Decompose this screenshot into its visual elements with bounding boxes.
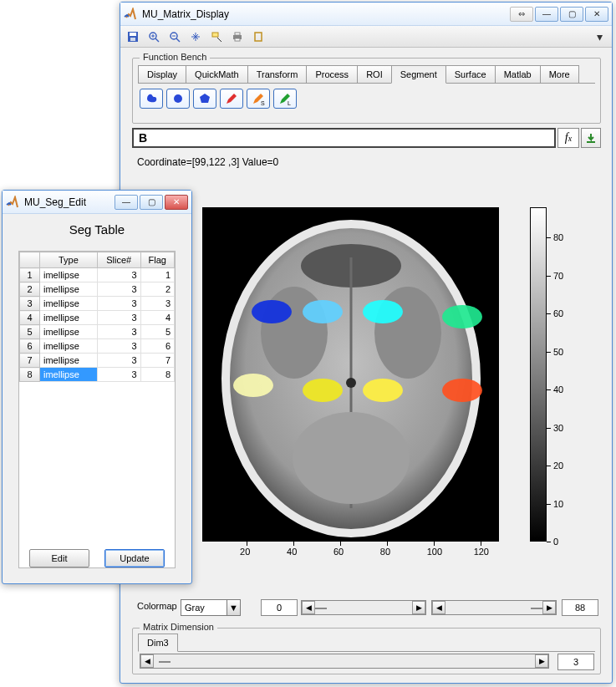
image-display[interactable] [202,207,499,542]
xtick-mark [387,542,388,546]
tab-roi[interactable]: ROI [357,65,392,83]
cbar-tick-label: 60 [553,308,563,318]
table-row[interactable]: 7imellipse37 [20,354,175,368]
slider-left-icon[interactable]: ◀ [302,601,315,614]
blob-shape-icon[interactable] [140,89,163,109]
table-row[interactable]: 4imellipse34 [20,311,175,325]
slider-right-icon[interactable]: ▶ [535,654,548,668]
zoom-out-icon[interactable] [165,28,184,46]
pan-icon[interactable] [186,28,205,46]
xtick-mark [481,542,481,546]
wl-low-slider[interactable]: ◀▶ [301,600,426,615]
pencil-orange-s-icon[interactable]: S [247,89,270,109]
svg-rect-14 [255,33,262,41]
pencil-green-l-icon[interactable]: L [273,89,297,109]
roi-ellipse[interactable] [363,300,403,323]
circle-shape-icon[interactable] [166,89,190,109]
datacursor-icon[interactable] [207,28,226,46]
col-header[interactable]: Flag [140,252,174,268]
roi-ellipse[interactable] [363,379,403,402]
dock-arrows-icon[interactable]: ⇔ [510,7,533,22]
tab-quickmath[interactable]: QuickMath [186,65,248,83]
table-row[interactable]: 8imellipse38 [20,368,175,382]
tab-segment[interactable]: Segment [391,65,446,84]
svg-rect-19 [587,141,595,143]
matlab-icon [124,8,137,21]
function-bench-legend: Function Bench [140,52,210,62]
tab-matlab[interactable]: Matlab [495,65,541,83]
main-window: MU_Matrix_Display ⇔ — ▢ ✕ ▾ Function Ben… [120,2,613,684]
window-title: MU_Matrix_Display [142,8,510,20]
col-header[interactable]: Slice# [97,252,140,268]
colormap-value: Gray [181,603,227,613]
update-button[interactable]: Update [104,549,165,567]
image-axes[interactable] [202,207,499,542]
maximize-button[interactable]: ▢ [140,195,163,210]
roi-ellipse[interactable] [442,305,482,328]
table-row[interactable]: 5imellipse35 [20,325,175,339]
svg-point-26 [346,378,356,388]
cbar-tick-label: 0 [553,537,558,547]
cbar-tick-mark [547,389,551,390]
formula-input[interactable]: B [132,128,556,148]
print-icon[interactable] [228,28,247,46]
roi-ellipse[interactable] [233,374,273,397]
tab-surface[interactable]: Surface [445,65,496,83]
dim-tab[interactable]: Dim3 [138,634,178,652]
svg-rect-13 [235,38,240,41]
wl-low-box[interactable]: 0 [261,599,298,616]
tab-more[interactable]: More [540,65,579,83]
coord-readout: Coordinate=[99,122 ,3] Value=0 [137,156,278,168]
roi-ellipse[interactable] [442,379,482,402]
wl-high-box[interactable]: 88 [562,599,598,616]
roi-ellipse[interactable] [303,300,343,323]
tab-transform[interactable]: Transform [247,65,308,83]
slider-left-icon[interactable]: ◀ [432,601,445,614]
slider-right-icon[interactable]: ▶ [542,601,556,614]
colormap-dropdown[interactable]: Gray ▼ [181,599,241,616]
dim-value-box[interactable]: 3 [557,654,594,670]
matrix-dimension-group: Matrix Dimension Dim3 ◀▶ 3 [132,628,601,674]
seg-edit-window[interactable]: MU_Seg_Edit — ▢ ✕ Seg Table TypeSlice#Fl… [2,190,192,584]
polygon-shape-icon[interactable] [193,89,216,109]
slider-left-icon[interactable]: ◀ [140,654,154,668]
table-row[interactable]: 3imellipse33 [20,297,175,311]
cbar-tick-mark [547,428,551,429]
xtick-mark [247,542,247,546]
cbar-tick-label: 50 [553,347,563,357]
zoom-in-icon[interactable] [145,28,163,46]
close-button[interactable]: ✕ [585,7,608,22]
roi-ellipse[interactable] [252,300,292,323]
insert-icon[interactable] [249,28,267,46]
xtick-mark [340,542,341,546]
titlebar[interactable]: MU_Matrix_Display ⇔ — ▢ ✕ [120,3,612,26]
edit-button[interactable]: Edit [29,549,89,567]
dock-toggle-icon[interactable]: ▾ [590,28,608,46]
table-row[interactable]: 2imellipse32 [20,282,175,297]
tab-display[interactable]: Display [138,65,186,83]
save-icon[interactable] [124,28,142,46]
table-row[interactable]: 1imellipse31 [20,268,175,282]
fx-button[interactable]: fx [557,128,579,148]
roi-ellipse[interactable] [303,379,343,402]
seg-titlebar[interactable]: MU_Seg_Edit — ▢ ✕ [3,191,191,214]
tab-process[interactable]: Process [306,65,358,83]
xtick-mark [434,542,435,546]
close-button[interactable]: ✕ [165,195,188,210]
slider-right-icon[interactable]: ▶ [412,601,425,614]
pencil-red-icon[interactable] [220,89,243,109]
seg-table-title: Seg Table [8,214,186,242]
svg-rect-12 [235,33,240,35]
minimize-button[interactable]: — [115,195,138,210]
col-header[interactable]: Type [40,252,98,268]
wl-high-slider[interactable]: ◀▶ [431,600,557,615]
colormap-label: Colormap [137,601,177,611]
minimize-button[interactable]: — [535,7,558,22]
cbar-tick-label: 20 [553,461,563,471]
dim-slider[interactable]: ◀▶ [140,654,549,669]
maximize-button[interactable]: ▢ [560,7,583,22]
seg-table[interactable]: TypeSlice#Flag1imellipse312imellipse323i… [18,251,176,568]
svg-marker-16 [200,94,210,103]
table-row[interactable]: 6imellipse36 [20,339,175,354]
apply-download-button[interactable] [581,128,601,148]
